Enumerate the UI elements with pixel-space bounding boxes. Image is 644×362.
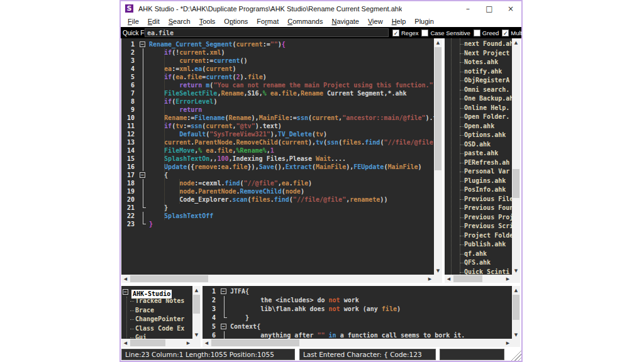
scroll-thumb[interactable]: [435, 47, 441, 170]
code-line[interactable]: 22 SplashTextOff: [121, 212, 434, 220]
menu-item-edit[interactable]: Edit: [143, 18, 164, 25]
scroll-thumb[interactable]: [130, 275, 208, 282]
menu-item-commands[interactable]: Commands: [283, 18, 327, 25]
code-line[interactable]: 14 FileMove,% ea.file,%Rename%,1: [121, 146, 434, 155]
code-line[interactable]: 11 if(tv:=ssn(current,"@tv").text): [121, 122, 434, 130]
scroll-up-icon[interactable]: ▲: [512, 286, 520, 294]
scroll-up-icon[interactable]: ▲: [192, 286, 201, 294]
tree-root-ahk-studio[interactable]: AHK-Studio: [121, 287, 201, 297]
project-file-item[interactable]: PERefresh.ah: [445, 158, 512, 168]
code-line[interactable]: 16 Update({remove:ea.file}),Save(),Extra…: [121, 163, 434, 171]
code-line[interactable]: 9 return: [121, 106, 434, 114]
checked-checkbox-icon[interactable]: ✓: [392, 30, 399, 36]
scroll-left-icon[interactable]: ◀: [121, 275, 130, 283]
scroll-right-icon[interactable]: ▶: [426, 275, 434, 283]
code-line[interactable]: 7 FileSelectFile,Rename,S16,% ea.file,Re…: [121, 89, 434, 97]
minimize-button[interactable]: –: [457, 1, 479, 16]
explorer-hscrollbar[interactable]: ◀ ▶: [121, 339, 192, 347]
collapse-icon[interactable]: [123, 289, 128, 295]
menu-item-file[interactable]: File: [123, 18, 143, 25]
project-file-item[interactable]: qf.ahk: [445, 250, 512, 259]
project-file-item[interactable]: Publish.ahk: [445, 240, 512, 250]
scroll-up-icon[interactable]: ▲: [434, 38, 442, 47]
project-file-item[interactable]: Online Help.: [445, 104, 512, 113]
scroll-left-icon[interactable]: ◀: [121, 339, 130, 347]
scroll-thumb[interactable]: [130, 339, 165, 346]
fold-collapse-icon[interactable]: [221, 288, 226, 294]
explorer-item[interactable]: Class Code Ex: [121, 324, 201, 334]
menu-item-view[interactable]: View: [364, 18, 387, 25]
menu-item-options[interactable]: Options: [219, 18, 252, 25]
note-line[interactable]: 4 }: [203, 314, 512, 322]
code-line[interactable]: 4 ea:=xml.ea(current): [121, 65, 434, 73]
project-file-item[interactable]: QFS.ahk: [445, 258, 512, 268]
scroll-up-icon[interactable]: ▲: [512, 38, 520, 47]
project-file-item[interactable]: OSD.ahk: [445, 140, 512, 150]
checked-checkbox-icon[interactable]: ✓: [502, 30, 509, 36]
project-vscrollbar[interactable]: ▲ ▼: [512, 38, 520, 275]
code-line[interactable]: 10 Rename:=Filename(Rename),MainFile:=ss…: [121, 114, 434, 122]
code-line[interactable]: 17 {: [121, 171, 434, 179]
option-regex[interactable]: ✓Regex: [392, 30, 418, 36]
code-line[interactable]: 3 current:=current(): [121, 57, 434, 65]
code-line[interactable]: 15 SplashTextOn,,100,Indexing Files,Plea…: [121, 155, 434, 163]
fold-collapse-icon[interactable]: [221, 324, 226, 329]
project-file-item[interactable]: Omni search.: [445, 85, 512, 95]
code-line[interactable]: 5 if(ea.file=current(2).file): [121, 73, 434, 81]
scroll-right-icon[interactable]: ▶: [504, 339, 512, 347]
note-line[interactable]: 3 lib\flan.ahk does not work (any file): [203, 305, 512, 314]
option-greed[interactable]: Greed: [474, 30, 499, 36]
project-file-item[interactable]: Previous Proj: [445, 213, 512, 222]
project-file-item[interactable]: Notes.ahk: [445, 58, 512, 67]
project-hscrollbar[interactable]: ◀ ▶: [445, 275, 512, 283]
menu-item-tools[interactable]: Tools: [195, 18, 220, 25]
explorer-vscrollbar[interactable]: ▲ ▼: [192, 286, 201, 339]
project-file-item[interactable]: One Backup.ah: [445, 94, 512, 104]
project-file-item[interactable]: notify.ahk: [445, 67, 512, 77]
code-line[interactable]: 21 }: [121, 204, 434, 212]
fold-collapse-icon[interactable]: [140, 41, 145, 47]
scroll-down-icon[interactable]: ▼: [512, 331, 520, 339]
project-file-item[interactable]: PosInfo.ahk: [445, 185, 512, 195]
notes-hscrollbar[interactable]: ◀ ▶: [203, 339, 512, 347]
explorer-item[interactable]: Tracked Notes: [121, 297, 201, 306]
close-button[interactable]: ×: [500, 1, 521, 16]
code-explorer-panel[interactable]: AHK-Studio Tracked NotesBraceChangePoint…: [121, 286, 201, 347]
menu-item-plugin[interactable]: Plugin: [410, 18, 438, 25]
note-line[interactable]: 1JTFA{: [203, 287, 512, 296]
maximize-button[interactable]: □: [479, 1, 500, 16]
project-file-item[interactable]: next Found.ah: [445, 40, 512, 49]
scroll-thumb[interactable]: [513, 295, 519, 320]
main-code-editor[interactable]: 1Rename_Current_Segment(current:=""){2 i…: [121, 38, 442, 283]
project-file-item[interactable]: paste.ahk: [445, 149, 512, 158]
fold-collapse-icon[interactable]: [140, 172, 145, 178]
project-file-item[interactable]: Project Folde: [445, 231, 512, 241]
scroll-thumb[interactable]: [453, 275, 482, 282]
project-file-item[interactable]: Next Project: [445, 49, 512, 58]
unchecked-checkbox-icon[interactable]: [474, 30, 480, 36]
explorer-item[interactable]: Brace: [121, 306, 201, 315]
note-line[interactable]: 6 anything after "" in a function call s…: [203, 331, 512, 339]
scroll-left-icon[interactable]: ◀: [203, 339, 211, 347]
unchecked-checkbox-icon[interactable]: [421, 30, 428, 36]
code-line[interactable]: 13 current.ParentNode.RemoveChild(curren…: [121, 138, 434, 146]
editor-vscrollbar[interactable]: ▲ ▼: [434, 38, 442, 275]
scroll-down-icon[interactable]: ▼: [434, 266, 442, 275]
scroll-thumb[interactable]: [193, 295, 200, 314]
menu-item-format[interactable]: Format: [252, 18, 283, 25]
explorer-item[interactable]: ChangePointer: [121, 315, 201, 324]
project-file-item[interactable]: Previous Foun: [445, 204, 512, 213]
menu-item-search[interactable]: Search: [164, 18, 195, 25]
code-line[interactable]: 6 return m("You can not rename the main …: [121, 81, 434, 89]
title-bar[interactable]: S AHK Studio - *D:\AHK\Duplicate Program…: [121, 1, 521, 16]
option-case-sensitive[interactable]: Case Sensitive: [421, 30, 470, 36]
project-file-item[interactable]: Personal Var: [445, 167, 512, 177]
code-line[interactable]: 18 node:=cexml.find("//@file",ea.file): [121, 179, 434, 187]
code-line[interactable]: 20 Code_Explorer.scan(files.find("//file…: [121, 195, 434, 204]
project-file-item[interactable]: Options.ahk: [445, 131, 512, 140]
quick-find-input[interactable]: [145, 28, 389, 37]
note-line[interactable]: 2 the <includes> do not work: [203, 296, 512, 305]
scroll-down-icon[interactable]: ▼: [192, 331, 201, 339]
menu-item-help[interactable]: Help: [387, 18, 411, 25]
code-line[interactable]: 1Rename_Current_Segment(current:=""){: [121, 40, 434, 48]
